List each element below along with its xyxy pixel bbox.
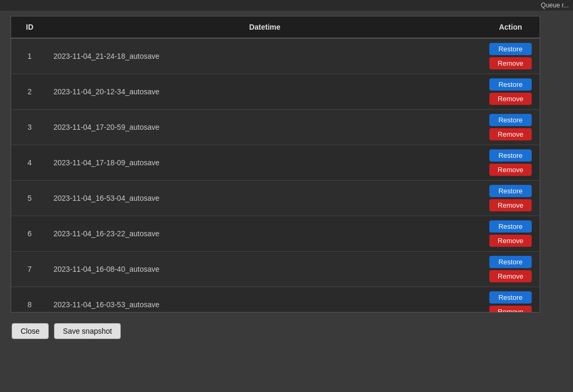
table-row: 62023-11-04_16-23-22_autosaveRestoreRemo… <box>11 216 540 252</box>
top-bar-label: Queue r... <box>541 2 569 9</box>
snapshot-table: ID Datetime Action 12023-11-04_21-24-18_… <box>11 16 540 313</box>
table-row: 52023-11-04_16-53-04_autosaveRestoreRemo… <box>11 181 540 216</box>
cell-id: 4 <box>11 145 48 181</box>
table-row: 12023-11-04_21-24-18_autosaveRestoreRemo… <box>11 38 540 74</box>
cell-action: RestoreRemove <box>481 287 540 313</box>
restore-button[interactable]: Restore <box>489 43 532 55</box>
bottom-buttons: Close Save snapshot <box>11 323 562 339</box>
action-cell: RestoreRemove <box>487 256 534 282</box>
remove-button[interactable]: Remove <box>489 164 532 176</box>
action-cell: RestoreRemove <box>487 114 534 140</box>
remove-button[interactable]: Remove <box>489 306 532 313</box>
cell-action: RestoreRemove <box>481 252 540 287</box>
cell-datetime: 2023-11-04_17-20-59_autosave <box>48 110 481 145</box>
remove-button[interactable]: Remove <box>489 270 532 282</box>
cell-id: 7 <box>11 252 48 287</box>
table-row: 42023-11-04_17-18-09_autosaveRestoreRemo… <box>11 145 540 181</box>
cell-id: 1 <box>11 38 48 74</box>
cell-action: RestoreRemove <box>481 38 540 74</box>
restore-button[interactable]: Restore <box>489 185 532 197</box>
remove-button[interactable]: Remove <box>489 128 532 140</box>
cell-datetime: 2023-11-04_20-12-34_autosave <box>48 74 481 110</box>
top-bar: Queue r... <box>0 0 573 11</box>
restore-button[interactable]: Restore <box>489 149 532 162</box>
restore-button[interactable]: Restore <box>489 78 532 91</box>
snapshot-table-container[interactable]: ID Datetime Action 12023-11-04_21-24-18_… <box>11 16 540 313</box>
cell-id: 3 <box>11 110 48 145</box>
action-cell: RestoreRemove <box>487 149 534 176</box>
table-row: 72023-11-04_16-08-40_autosaveRestoreRemo… <box>11 252 540 287</box>
col-id: ID <box>11 16 48 38</box>
col-action: Action <box>481 16 540 38</box>
table-header-row: ID Datetime Action <box>11 16 540 38</box>
cell-id: 6 <box>11 216 48 252</box>
cell-action: RestoreRemove <box>481 181 540 216</box>
restore-button[interactable]: Restore <box>489 114 532 126</box>
action-cell: RestoreRemove <box>487 78 534 105</box>
cell-datetime: 2023-11-04_16-03-53_autosave <box>48 287 481 313</box>
cell-datetime: 2023-11-04_21-24-18_autosave <box>48 38 481 74</box>
action-cell: RestoreRemove <box>487 185 534 211</box>
table-row: 82023-11-04_16-03-53_autosaveRestoreRemo… <box>11 287 540 313</box>
cell-action: RestoreRemove <box>481 216 540 252</box>
cell-id: 8 <box>11 287 48 313</box>
cell-action: RestoreRemove <box>481 74 540 110</box>
cell-datetime: 2023-11-04_17-18-09_autosave <box>48 145 481 181</box>
cell-datetime: 2023-11-04_16-53-04_autosave <box>48 181 481 216</box>
remove-button[interactable]: Remove <box>489 93 532 105</box>
action-cell: RestoreRemove <box>487 291 534 313</box>
cell-id: 2 <box>11 74 48 110</box>
restore-button[interactable]: Restore <box>489 291 532 304</box>
action-cell: RestoreRemove <box>487 43 534 69</box>
action-cell: RestoreRemove <box>487 220 534 247</box>
table-row: 22023-11-04_20-12-34_autosaveRestoreRemo… <box>11 74 540 110</box>
save-snapshot-button[interactable]: Save snapshot <box>54 323 121 339</box>
cell-datetime: 2023-11-04_16-23-22_autosave <box>48 216 481 252</box>
restore-button[interactable]: Restore <box>489 256 532 268</box>
cell-action: RestoreRemove <box>481 145 540 181</box>
cell-datetime: 2023-11-04_16-08-40_autosave <box>48 252 481 287</box>
remove-button[interactable]: Remove <box>489 199 532 211</box>
remove-button[interactable]: Remove <box>489 235 532 247</box>
close-button[interactable]: Close <box>12 323 49 339</box>
col-datetime: Datetime <box>48 16 481 38</box>
table-row: 32023-11-04_17-20-59_autosaveRestoreRemo… <box>11 110 540 145</box>
restore-button[interactable]: Restore <box>489 220 532 233</box>
cell-id: 5 <box>11 181 48 216</box>
main-content: ID Datetime Action 12023-11-04_21-24-18_… <box>0 11 573 392</box>
remove-button[interactable]: Remove <box>489 57 532 69</box>
cell-action: RestoreRemove <box>481 110 540 145</box>
